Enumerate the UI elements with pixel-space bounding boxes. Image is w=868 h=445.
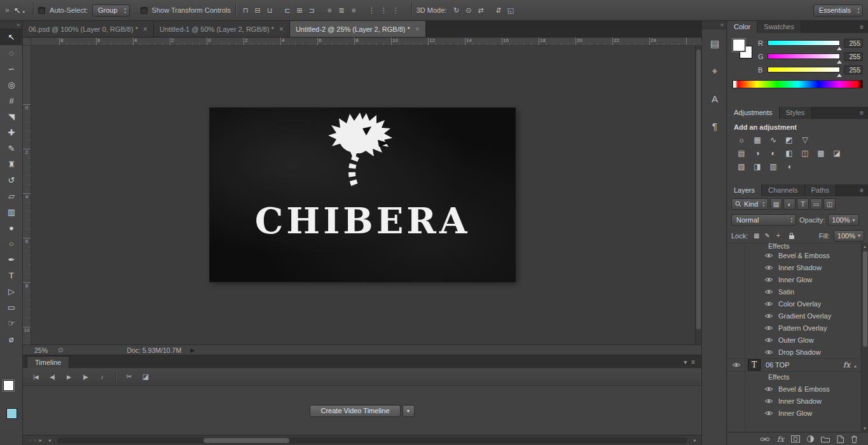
effects-group-header[interactable]: Effects: [727, 372, 868, 383]
close-icon[interactable]: ×: [143, 25, 148, 34]
timeline-type-dropdown[interactable]: [403, 405, 415, 417]
align-top-edges-icon[interactable]: ⊓: [240, 5, 251, 16]
distribute-left-edges-icon[interactable]: ⋮: [366, 5, 377, 16]
close-icon[interactable]: ×: [279, 25, 284, 34]
panels-collapse-icon[interactable]: «: [702, 21, 726, 29]
document-tab[interactable]: Untitled-2 @ 25% (Layer 2, RGB/8) * ×: [290, 21, 426, 37]
auto-select-checkbox[interactable]: [38, 7, 45, 14]
tools-collapse-icon[interactable]: »: [0, 21, 22, 29]
path-selection-tool[interactable]: ▷: [0, 284, 23, 299]
rectangle-tool[interactable]: ▭: [0, 299, 23, 315]
3d-roll-icon[interactable]: ⊙: [463, 5, 474, 16]
gradient-map-icon[interactable]: ▥: [767, 161, 780, 172]
dodge-tool[interactable]: ○: [0, 236, 23, 252]
status-options-arrow-icon[interactable]: ▶: [190, 347, 195, 353]
tab-styles[interactable]: Styles: [780, 107, 812, 119]
scrollbar-thumb[interactable]: [863, 251, 867, 346]
split-at-playhead-button[interactable]: ✂: [121, 371, 137, 383]
effect-row[interactable]: Drop Shadow: [727, 346, 868, 358]
visibility-eye-icon[interactable]: [764, 349, 773, 355]
visibility-eye-icon[interactable]: [764, 301, 773, 307]
lock-all-icon[interactable]: [787, 231, 796, 241]
brush-tool[interactable]: ✎: [0, 140, 23, 156]
clone-source-panel-icon[interactable]: ⌖: [702, 58, 727, 84]
group-layers-icon[interactable]: [821, 436, 830, 442]
layer-row-06-top[interactable]: T 06 TOP fx: [727, 358, 868, 372]
audio-mute-button[interactable]: ♪: [94, 371, 109, 383]
selective-color-icon[interactable]: ◖: [783, 161, 796, 172]
vibrance-icon[interactable]: ▽: [799, 134, 811, 145]
3d-rotate-icon[interactable]: ↻: [451, 5, 462, 16]
crop-tool[interactable]: #: [0, 93, 23, 109]
panel-menu-icon[interactable]: ≡: [860, 185, 868, 196]
lock-position-icon[interactable]: +: [773, 231, 783, 241]
layer-mask-icon[interactable]: [791, 435, 800, 442]
filter-smart-objects-icon[interactable]: ◫: [823, 198, 836, 210]
effect-row[interactable]: Inner Glow: [727, 407, 868, 419]
layer-style-icon[interactable]: fx: [777, 435, 784, 444]
eraser-tool[interactable]: ▱: [0, 188, 23, 204]
filter-adjustment-layers-icon[interactable]: ◐: [783, 198, 796, 210]
3d-slide-icon[interactable]: ⇵: [493, 5, 504, 16]
timeline-frame-option-icon[interactable]: ▫: [29, 437, 31, 443]
panel-menu-icon[interactable]: ≡: [860, 22, 868, 33]
lock-image-pixels-icon[interactable]: ✎: [762, 231, 772, 241]
zoom-level-field[interactable]: 25%: [34, 346, 48, 354]
effect-row[interactable]: Bevel & Emboss: [727, 249, 868, 261]
slider-thumb-icon[interactable]: [837, 58, 842, 64]
foreground-color-swatch[interactable]: [733, 39, 745, 51]
3d-drag-icon[interactable]: ⇄: [475, 5, 486, 16]
type-tool[interactable]: T: [0, 268, 23, 284]
tab-layers[interactable]: Layers: [727, 184, 762, 196]
effect-row[interactable]: Inner Shadow: [727, 261, 868, 273]
adjustment-layer-icon[interactable]: [807, 435, 814, 442]
collapse-effects-icon[interactable]: [850, 361, 860, 369]
blend-mode-dropdown[interactable]: Normal: [731, 214, 796, 226]
levels-icon[interactable]: ▦: [751, 134, 764, 145]
invert-icon[interactable]: ◪: [830, 147, 843, 158]
healing-brush-tool[interactable]: ✚: [0, 125, 23, 140]
effect-row[interactable]: Satin: [727, 285, 868, 298]
channel-mixer-icon[interactable]: ◫: [799, 147, 811, 158]
distribute-right-edges-icon[interactable]: ⋮: [390, 5, 401, 16]
visibility-eye-icon[interactable]: [732, 362, 741, 368]
align-bottom-edges-icon[interactable]: ⊔: [265, 5, 275, 16]
opacity-field[interactable]: 100%: [828, 214, 858, 226]
next-frame-button[interactable]: |▶: [78, 371, 93, 383]
filter-shape-layers-icon[interactable]: ▭: [810, 198, 822, 210]
threshold-icon[interactable]: ◨: [751, 161, 764, 172]
brightness-contrast-icon[interactable]: ☼: [735, 134, 748, 145]
color-spectrum-ramp[interactable]: [733, 80, 863, 88]
zoom-tool[interactable]: ⌀: [0, 331, 23, 347]
paragraph-panel-icon[interactable]: ¶: [702, 113, 727, 139]
visibility-eye-icon[interactable]: [764, 313, 773, 319]
pen-tool[interactable]: ✒: [0, 252, 23, 268]
visibility-eye-icon[interactable]: [764, 325, 773, 331]
gradient-tool[interactable]: ▥: [0, 204, 23, 220]
document-tab[interactable]: 06.psd @ 100% (Layer 0, RGB/8) * ×: [23, 21, 154, 37]
horizontal-ruler[interactable]: 8642024681012141618202224: [31, 38, 701, 46]
chevron-down-icon[interactable]: ▾: [684, 357, 687, 368]
channel-slider[interactable]: [768, 40, 840, 46]
tab-paths[interactable]: Paths: [805, 184, 836, 196]
scroll-left-icon[interactable]: ◂: [48, 437, 51, 443]
align-horizontal-centers-icon[interactable]: ⊞: [294, 5, 305, 16]
visibility-eye-icon[interactable]: [764, 386, 773, 392]
canvas-vertical-scrollbar[interactable]: [695, 46, 701, 345]
new-layer-icon[interactable]: [837, 435, 844, 443]
properties-panel-icon[interactable]: ▤: [702, 31, 727, 57]
show-transform-checkbox[interactable]: [141, 7, 148, 14]
slider-thumb-icon[interactable]: [837, 44, 842, 50]
previous-frame-button[interactable]: ◀|: [45, 371, 60, 383]
delete-layer-icon[interactable]: [851, 435, 858, 443]
scroll-down-icon[interactable]: ▼: [863, 425, 867, 432]
exposure-icon[interactable]: ◩: [783, 134, 796, 145]
align-right-edges-icon[interactable]: ⊐: [307, 5, 317, 16]
foreground-color-swatch[interactable]: [3, 380, 14, 391]
channel-slider[interactable]: [768, 53, 840, 59]
panel-menu-icon[interactable]: ≡: [860, 107, 868, 119]
fill-field[interactable]: 100%: [834, 230, 864, 242]
filter-kind-dropdown[interactable]: Kind: [731, 198, 768, 210]
visibility-eye-icon[interactable]: [764, 289, 773, 295]
vertical-ruler[interactable]: 0246810: [23, 46, 31, 345]
